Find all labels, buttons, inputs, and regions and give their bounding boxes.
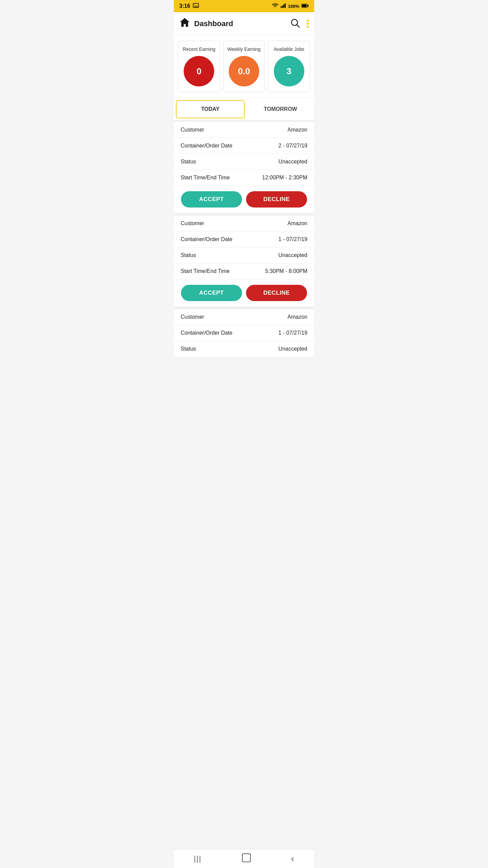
job-3-order-value: 1 - 07/27/19: [279, 330, 307, 336]
job-1-time-row: Start Time/End Time 12:00PM - 2:30PM: [174, 170, 314, 186]
svg-rect-9: [302, 4, 307, 7]
status-bar-right: 100%: [272, 3, 309, 9]
job-1-customer-label: Customer: [181, 127, 204, 133]
job-2-time-value: 5:30PM - 8:00PM: [265, 268, 308, 274]
svg-line-12: [297, 25, 299, 27]
svg-rect-6: [285, 3, 286, 8]
available-jobs-value: 3: [286, 66, 291, 77]
battery-text: 100%: [288, 4, 299, 9]
job-1-status-label: Status: [181, 159, 196, 165]
status-time: 3:16: [179, 3, 190, 9]
signal-icon: [281, 3, 286, 9]
job-2-customer-row: Customer Amazon: [174, 216, 314, 232]
job-3-order-row: Container/Order Date 1 - 07/27/19: [174, 325, 314, 341]
job-2-buttons: ACCEPT DECLINE: [174, 279, 314, 307]
job-1-accept-button[interactable]: ACCEPT: [181, 191, 242, 208]
status-bar-left: 3:16: [179, 3, 199, 9]
job-2-customer-label: Customer: [181, 220, 204, 226]
job-1-decline-button[interactable]: DECLINE: [246, 191, 307, 208]
header-left: Dashboard: [179, 17, 233, 30]
job-2-status-value: Unaccepted: [279, 252, 307, 258]
recent-earning-circle: 0: [184, 56, 214, 86]
status-bar: 3:16 100%: [174, 0, 314, 12]
jobs-list: Customer Amazon Container/Order Date 2 -…: [174, 122, 314, 357]
job-2-customer-value: Amazon: [287, 220, 307, 226]
image-icon: [193, 3, 199, 9]
job-1-customer-value: Amazon: [287, 127, 307, 133]
job-1-buttons: ACCEPT DECLINE: [174, 186, 314, 213]
job-1-time-value: 12:00PM - 2:30PM: [262, 175, 307, 181]
job-card-2: Customer Amazon Container/Order Date 1 -…: [174, 216, 314, 309]
job-3-customer-row: Customer Amazon: [174, 309, 314, 325]
svg-rect-4: [282, 5, 283, 8]
tab-today[interactable]: TODAY: [176, 100, 245, 118]
svg-rect-3: [281, 6, 282, 8]
stat-card-jobs: Available Jobs 3: [268, 41, 310, 92]
header-right: [290, 18, 309, 29]
job-2-status-label: Status: [181, 252, 196, 258]
job-3-status-row: Status Unaccepted: [174, 341, 314, 357]
svg-rect-5: [283, 4, 284, 8]
recent-earning-label: Recent Earning: [183, 46, 216, 52]
search-icon[interactable]: [290, 18, 300, 29]
job-1-status-value: Unaccepted: [279, 159, 307, 165]
job-3-status-label: Status: [181, 346, 196, 352]
weekly-earning-value: 0.0: [238, 66, 250, 77]
job-2-time-label: Start Time/End Time: [181, 268, 230, 274]
job-1-order-label: Container/Order Date: [181, 143, 232, 149]
recent-earning-value: 0: [197, 66, 201, 77]
more-menu-icon[interactable]: [307, 20, 309, 28]
stat-card-weekly: Weekly Earning 0.0: [223, 41, 265, 92]
job-2-status-row: Status Unaccepted: [174, 248, 314, 263]
available-jobs-circle: 3: [274, 56, 304, 86]
wifi-icon: [272, 3, 279, 9]
header: Dashboard: [174, 12, 314, 35]
stat-card-recent: Recent Earning 0: [178, 41, 220, 92]
page-title: Dashboard: [194, 19, 233, 28]
svg-rect-1: [194, 4, 195, 5]
job-1-order-value: 2 - 07/27/19: [279, 143, 307, 149]
available-jobs-label: Available Jobs: [274, 46, 304, 52]
job-1-time-label: Start Time/End Time: [181, 175, 230, 181]
job-2-decline-button[interactable]: DECLINE: [246, 285, 307, 301]
svg-rect-8: [308, 5, 309, 7]
home-icon: [179, 17, 190, 30]
stats-section: Recent Earning 0 Weekly Earning 0.0 Avai…: [174, 35, 314, 98]
job-2-time-row: Start Time/End Time 5:30PM - 8:00PM: [174, 263, 314, 279]
svg-marker-10: [180, 18, 189, 27]
weekly-earning-label: Weekly Earning: [227, 46, 261, 52]
job-1-status-row: Status Unaccepted: [174, 154, 314, 170]
job-card-3: Customer Amazon Container/Order Date 1 -…: [174, 309, 314, 357]
job-2-order-value: 1 - 07/27/19: [279, 236, 307, 242]
tabs-section: TODAY TOMORROW: [174, 98, 314, 121]
job-3-customer-label: Customer: [181, 314, 204, 320]
job-card-1: Customer Amazon Container/Order Date 2 -…: [174, 122, 314, 216]
job-1-order-row: Container/Order Date 2 - 07/27/19: [174, 138, 314, 154]
job-2-order-row: Container/Order Date 1 - 07/27/19: [174, 232, 314, 248]
tab-tomorrow[interactable]: TOMORROW: [247, 98, 314, 120]
job-3-order-label: Container/Order Date: [181, 330, 232, 336]
weekly-earning-circle: 0.0: [229, 56, 259, 86]
job-3-status-value: Unaccepted: [279, 346, 307, 352]
battery-icon: [301, 3, 309, 9]
job-1-customer-row: Customer Amazon: [174, 122, 314, 138]
job-2-order-label: Container/Order Date: [181, 236, 232, 242]
job-3-customer-value: Amazon: [287, 314, 307, 320]
job-2-accept-button[interactable]: ACCEPT: [181, 285, 242, 301]
